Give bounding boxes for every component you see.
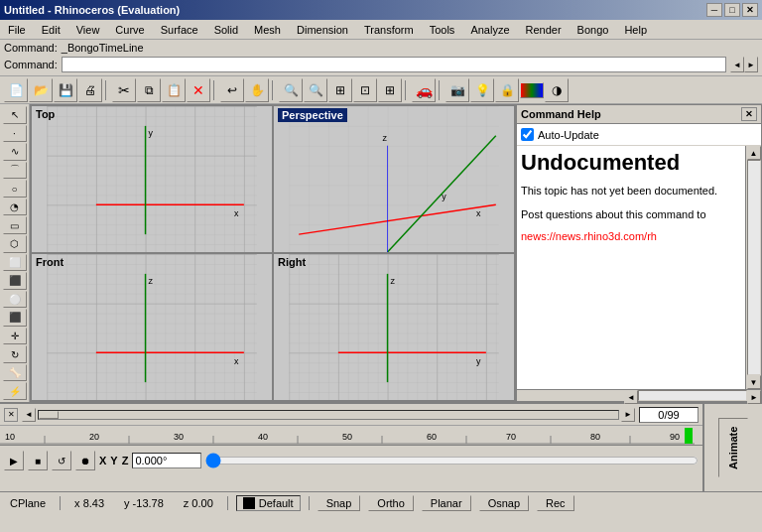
extrude-tool[interactable]: ⬛: [3, 272, 27, 290]
polygon-tool[interactable]: ⬡: [3, 235, 27, 253]
open-button[interactable]: 📂: [29, 78, 53, 102]
auto-update-checkbox[interactable]: [521, 128, 534, 141]
menu-help[interactable]: Help: [620, 23, 651, 37]
timeline-close[interactable]: ✕: [4, 408, 18, 422]
menu-surface[interactable]: Surface: [157, 23, 202, 37]
viewport-perspective[interactable]: Perspective z y x: [273, 105, 515, 253]
timeline-frame-counter[interactable]: [639, 407, 698, 423]
toolbar-sep-5: [439, 80, 443, 100]
timeline-scrubber[interactable]: [205, 453, 698, 468]
menu-bongo[interactable]: Bongo: [573, 23, 613, 37]
toolbar: 📄 📂 💾 🖨 ✂ ⧉ 📋 ✕ ↩ ✋ 🔍 🔍 ⊞ ⊡ ⊞ 🚗 📷 💡 🔒 ◑: [0, 76, 762, 104]
paste-button[interactable]: 📋: [162, 78, 186, 102]
menu-tools[interactable]: Tools: [426, 23, 459, 37]
record-button[interactable]: ⏺: [75, 451, 95, 470]
color-button[interactable]: [520, 82, 544, 98]
menu-analyze[interactable]: Analyze: [466, 23, 513, 37]
scroll-down-arrow[interactable]: ▼: [747, 375, 761, 389]
minimize-button[interactable]: ─: [706, 3, 722, 17]
timeline-track: ✕ ◄ ► 10 20 30: [0, 404, 702, 491]
box-tool[interactable]: ⬛: [3, 309, 27, 327]
new-button[interactable]: 📄: [4, 78, 28, 102]
svg-text:x: x: [476, 208, 481, 218]
copy-button[interactable]: ⧉: [137, 78, 161, 102]
rectangle-tool[interactable]: ▭: [3, 216, 27, 234]
animate-panel: Animate: [702, 404, 762, 491]
z-axis-label[interactable]: Z: [122, 455, 129, 466]
viewport-perspective-grid: z y x: [274, 106, 514, 252]
animate-tool[interactable]: ⚡: [3, 382, 27, 400]
svg-text:y: y: [476, 356, 481, 366]
menu-mesh[interactable]: Mesh: [250, 23, 285, 37]
maximize-button[interactable]: □: [724, 3, 740, 17]
record-status-button[interactable]: Rec: [537, 495, 574, 511]
cmd-scroll-up[interactable]: ◄: [730, 57, 744, 72]
scroll-left-arrow[interactable]: ◄: [624, 390, 638, 404]
menu-solid[interactable]: Solid: [210, 23, 242, 37]
rotate-tool[interactable]: ↻: [3, 345, 27, 363]
arc-tool[interactable]: ◔: [3, 199, 27, 216]
menu-curve[interactable]: Curve: [111, 23, 148, 37]
camera-button[interactable]: 📷: [445, 78, 469, 102]
timeline-scroll-right[interactable]: ►: [621, 408, 635, 422]
menu-dimension[interactable]: Dimension: [293, 23, 352, 37]
car-button[interactable]: 🚗: [412, 78, 436, 102]
move-tool[interactable]: ✛: [3, 328, 27, 345]
viewport-right[interactable]: Right y z: [273, 253, 515, 401]
status-sep-2: [227, 496, 228, 510]
ortho-button[interactable]: Ortho: [368, 495, 414, 511]
select-tool[interactable]: ↖: [3, 106, 27, 124]
delete-button[interactable]: ✕: [187, 78, 210, 102]
animate-button[interactable]: Animate: [718, 418, 748, 477]
zoom-extent-button[interactable]: ⊞: [328, 78, 352, 102]
print-button[interactable]: 🖨: [78, 78, 102, 102]
position-input[interactable]: [132, 453, 201, 468]
point-tool[interactable]: ·: [3, 125, 27, 143]
sphere-tool[interactable]: ⚪: [3, 291, 27, 309]
play-button[interactable]: ▶: [4, 451, 24, 470]
viewports: Top x y: [30, 104, 516, 402]
close-button[interactable]: ✕: [742, 3, 758, 17]
planar-button[interactable]: Planar: [422, 495, 471, 511]
save-button[interactable]: 💾: [54, 78, 77, 102]
polyline-tool[interactable]: ⌒: [3, 162, 27, 180]
undo-button[interactable]: ↩: [220, 78, 244, 102]
view-button[interactable]: ⊞: [378, 78, 402, 102]
surface-tool[interactable]: ⬜: [3, 254, 27, 272]
menu-file[interactable]: File: [4, 23, 30, 37]
command-input[interactable]: [62, 57, 726, 72]
scroll-right-arrow[interactable]: ►: [747, 390, 761, 404]
menu-edit[interactable]: Edit: [38, 23, 64, 37]
menu-transform[interactable]: Transform: [360, 23, 418, 37]
snap-button[interactable]: Snap: [318, 495, 361, 511]
osnap-button[interactable]: Osnap: [479, 495, 529, 511]
material-button[interactable]: ◑: [545, 78, 569, 102]
cmd-scroll-down[interactable]: ►: [744, 57, 758, 72]
zoom-out-button[interactable]: 🔍: [304, 78, 327, 102]
circle-tool[interactable]: ○: [3, 180, 27, 198]
x-coordinate: x 8.43: [68, 496, 110, 510]
lock-button[interactable]: 🔒: [495, 78, 519, 102]
undocumented-link[interactable]: news://news.rhino3d.com/rh: [521, 230, 741, 242]
light-button[interactable]: 💡: [470, 78, 494, 102]
cut-button[interactable]: ✂: [112, 78, 136, 102]
viewport-front[interactable]: Front x z: [31, 253, 273, 401]
status-bar: CPlane x 8.43 y -13.78 z 0.00 Default Sn…: [0, 491, 762, 513]
bone-tool[interactable]: 🦴: [3, 364, 27, 382]
menu-render[interactable]: Render: [522, 23, 566, 37]
stop-button[interactable]: ■: [28, 451, 48, 470]
y-axis-label[interactable]: Y: [110, 455, 117, 466]
viewport-top[interactable]: Top x y: [31, 105, 273, 253]
curve-tool[interactable]: ∿: [3, 143, 27, 161]
scroll-up-arrow[interactable]: ▲: [747, 146, 761, 160]
svg-text:30: 30: [174, 432, 184, 442]
timeline-scroll-left[interactable]: ◄: [22, 408, 36, 422]
zoom-window-button[interactable]: ⊡: [353, 78, 377, 102]
undocumented-heading: Undocumented: [521, 150, 741, 176]
zoom-in-button[interactable]: 🔍: [279, 78, 303, 102]
pan-button[interactable]: ✋: [245, 78, 269, 102]
command-help-close[interactable]: ✕: [741, 107, 757, 121]
x-axis-label[interactable]: X: [99, 455, 106, 466]
rewind-button[interactable]: ↺: [52, 451, 71, 470]
menu-view[interactable]: View: [72, 23, 104, 37]
